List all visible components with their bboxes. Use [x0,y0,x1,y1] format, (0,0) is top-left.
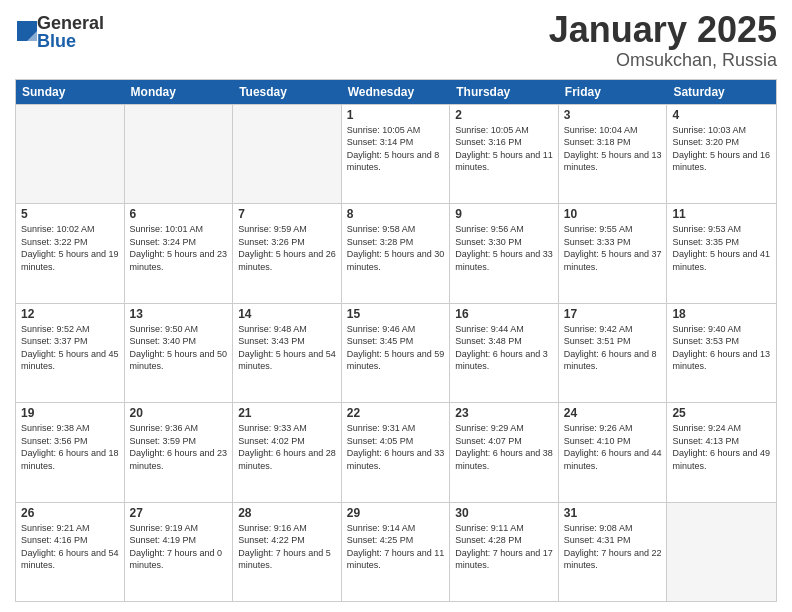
day-num-4: 4 [672,108,771,122]
cell-w2-d5: 17Sunrise: 9:42 AMSunset: 3:51 PMDayligh… [559,304,668,402]
week-row-4: 26Sunrise: 9:21 AMSunset: 4:16 PMDayligh… [16,502,776,601]
cell-w3-d1: 20Sunrise: 9:36 AMSunset: 3:59 PMDayligh… [125,403,234,501]
sun-info-27: Sunrise: 9:19 AMSunset: 4:19 PMDaylight:… [130,522,228,572]
day-num-28: 28 [238,506,336,520]
sun-info-4: Sunrise: 10:03 AMSunset: 3:20 PMDaylight… [672,124,771,174]
sun-info-23: Sunrise: 9:29 AMSunset: 4:07 PMDaylight:… [455,422,553,472]
day-num-9: 9 [455,207,553,221]
cell-w2-d1: 13Sunrise: 9:50 AMSunset: 3:40 PMDayligh… [125,304,234,402]
header: General Blue January 2025 Omsukchan, Rus… [15,10,777,71]
calendar-body: 1Sunrise: 10:05 AMSunset: 3:14 PMDayligh… [16,104,776,601]
cell-w1-d1: 6Sunrise: 10:01 AMSunset: 3:24 PMDayligh… [125,204,234,302]
sun-info-14: Sunrise: 9:48 AMSunset: 3:43 PMDaylight:… [238,323,336,373]
sun-info-8: Sunrise: 9:58 AMSunset: 3:28 PMDaylight:… [347,223,445,273]
calendar: Sunday Monday Tuesday Wednesday Thursday… [15,79,777,602]
header-sunday: Sunday [16,80,125,104]
day-num-2: 2 [455,108,553,122]
day-num-16: 16 [455,307,553,321]
logo-blue-text: Blue [37,32,104,50]
sun-info-28: Sunrise: 9:16 AMSunset: 4:22 PMDaylight:… [238,522,336,572]
sun-info-1: Sunrise: 10:05 AMSunset: 3:14 PMDaylight… [347,124,445,174]
cell-w0-d1 [125,105,234,203]
cell-w2-d6: 18Sunrise: 9:40 AMSunset: 3:53 PMDayligh… [667,304,776,402]
day-num-10: 10 [564,207,662,221]
cell-w2-d2: 14Sunrise: 9:48 AMSunset: 3:43 PMDayligh… [233,304,342,402]
cell-w0-d3: 1Sunrise: 10:05 AMSunset: 3:14 PMDayligh… [342,105,451,203]
day-num-5: 5 [21,207,119,221]
week-row-0: 1Sunrise: 10:05 AMSunset: 3:14 PMDayligh… [16,104,776,203]
cell-w1-d2: 7Sunrise: 9:59 AMSunset: 3:26 PMDaylight… [233,204,342,302]
day-num-13: 13 [130,307,228,321]
calendar-subtitle: Omsukchan, Russia [549,50,777,71]
cell-w0-d0 [16,105,125,203]
cell-w1-d5: 10Sunrise: 9:55 AMSunset: 3:33 PMDayligh… [559,204,668,302]
cell-w1-d0: 5Sunrise: 10:02 AMSunset: 3:22 PMDayligh… [16,204,125,302]
day-num-29: 29 [347,506,445,520]
logo-text: General Blue [37,14,104,50]
sun-info-15: Sunrise: 9:46 AMSunset: 3:45 PMDaylight:… [347,323,445,373]
sun-info-11: Sunrise: 9:53 AMSunset: 3:35 PMDaylight:… [672,223,771,273]
cell-w3-d4: 23Sunrise: 9:29 AMSunset: 4:07 PMDayligh… [450,403,559,501]
day-num-18: 18 [672,307,771,321]
cell-w4-d2: 28Sunrise: 9:16 AMSunset: 4:22 PMDayligh… [233,503,342,601]
cell-w3-d3: 22Sunrise: 9:31 AMSunset: 4:05 PMDayligh… [342,403,451,501]
cell-w0-d5: 3Sunrise: 10:04 AMSunset: 3:18 PMDayligh… [559,105,668,203]
day-num-30: 30 [455,506,553,520]
cell-w3-d2: 21Sunrise: 9:33 AMSunset: 4:02 PMDayligh… [233,403,342,501]
day-num-7: 7 [238,207,336,221]
calendar-header: Sunday Monday Tuesday Wednesday Thursday… [16,80,776,104]
header-friday: Friday [559,80,668,104]
header-monday: Monday [125,80,234,104]
header-wednesday: Wednesday [342,80,451,104]
header-thursday: Thursday [450,80,559,104]
cell-w3-d0: 19Sunrise: 9:38 AMSunset: 3:56 PMDayligh… [16,403,125,501]
day-num-25: 25 [672,406,771,420]
sun-info-7: Sunrise: 9:59 AMSunset: 3:26 PMDaylight:… [238,223,336,273]
logo-icon [17,21,37,41]
cell-w1-d4: 9Sunrise: 9:56 AMSunset: 3:30 PMDaylight… [450,204,559,302]
logo: General Blue [15,14,104,50]
cell-w3-d6: 25Sunrise: 9:24 AMSunset: 4:13 PMDayligh… [667,403,776,501]
sun-info-22: Sunrise: 9:31 AMSunset: 4:05 PMDaylight:… [347,422,445,472]
cell-w4-d3: 29Sunrise: 9:14 AMSunset: 4:25 PMDayligh… [342,503,451,601]
day-num-15: 15 [347,307,445,321]
cell-w2-d4: 16Sunrise: 9:44 AMSunset: 3:48 PMDayligh… [450,304,559,402]
svg-marker-1 [27,31,37,41]
week-row-2: 12Sunrise: 9:52 AMSunset: 3:37 PMDayligh… [16,303,776,402]
day-num-6: 6 [130,207,228,221]
day-num-22: 22 [347,406,445,420]
cell-w0-d2 [233,105,342,203]
header-tuesday: Tuesday [233,80,342,104]
sun-info-30: Sunrise: 9:11 AMSunset: 4:28 PMDaylight:… [455,522,553,572]
cell-w0-d4: 2Sunrise: 10:05 AMSunset: 3:16 PMDayligh… [450,105,559,203]
week-row-3: 19Sunrise: 9:38 AMSunset: 3:56 PMDayligh… [16,402,776,501]
cell-w4-d4: 30Sunrise: 9:11 AMSunset: 4:28 PMDayligh… [450,503,559,601]
cell-w2-d0: 12Sunrise: 9:52 AMSunset: 3:37 PMDayligh… [16,304,125,402]
header-saturday: Saturday [667,80,776,104]
sun-info-2: Sunrise: 10:05 AMSunset: 3:16 PMDaylight… [455,124,553,174]
cell-w4-d1: 27Sunrise: 9:19 AMSunset: 4:19 PMDayligh… [125,503,234,601]
day-num-8: 8 [347,207,445,221]
week-row-1: 5Sunrise: 10:02 AMSunset: 3:22 PMDayligh… [16,203,776,302]
sun-info-3: Sunrise: 10:04 AMSunset: 3:18 PMDaylight… [564,124,662,174]
sun-info-18: Sunrise: 9:40 AMSunset: 3:53 PMDaylight:… [672,323,771,373]
sun-info-10: Sunrise: 9:55 AMSunset: 3:33 PMDaylight:… [564,223,662,273]
day-num-12: 12 [21,307,119,321]
sun-info-9: Sunrise: 9:56 AMSunset: 3:30 PMDaylight:… [455,223,553,273]
sun-info-13: Sunrise: 9:50 AMSunset: 3:40 PMDaylight:… [130,323,228,373]
sun-info-25: Sunrise: 9:24 AMSunset: 4:13 PMDaylight:… [672,422,771,472]
day-num-14: 14 [238,307,336,321]
day-num-23: 23 [455,406,553,420]
day-num-11: 11 [672,207,771,221]
cell-w4-d0: 26Sunrise: 9:21 AMSunset: 4:16 PMDayligh… [16,503,125,601]
sun-info-6: Sunrise: 10:01 AMSunset: 3:24 PMDaylight… [130,223,228,273]
cell-w4-d5: 31Sunrise: 9:08 AMSunset: 4:31 PMDayligh… [559,503,668,601]
cell-w1-d3: 8Sunrise: 9:58 AMSunset: 3:28 PMDaylight… [342,204,451,302]
sun-info-20: Sunrise: 9:36 AMSunset: 3:59 PMDaylight:… [130,422,228,472]
day-num-1: 1 [347,108,445,122]
day-num-31: 31 [564,506,662,520]
title-block: January 2025 Omsukchan, Russia [549,10,777,71]
logo-general-text: General [37,14,104,32]
day-num-20: 20 [130,406,228,420]
sun-info-16: Sunrise: 9:44 AMSunset: 3:48 PMDaylight:… [455,323,553,373]
